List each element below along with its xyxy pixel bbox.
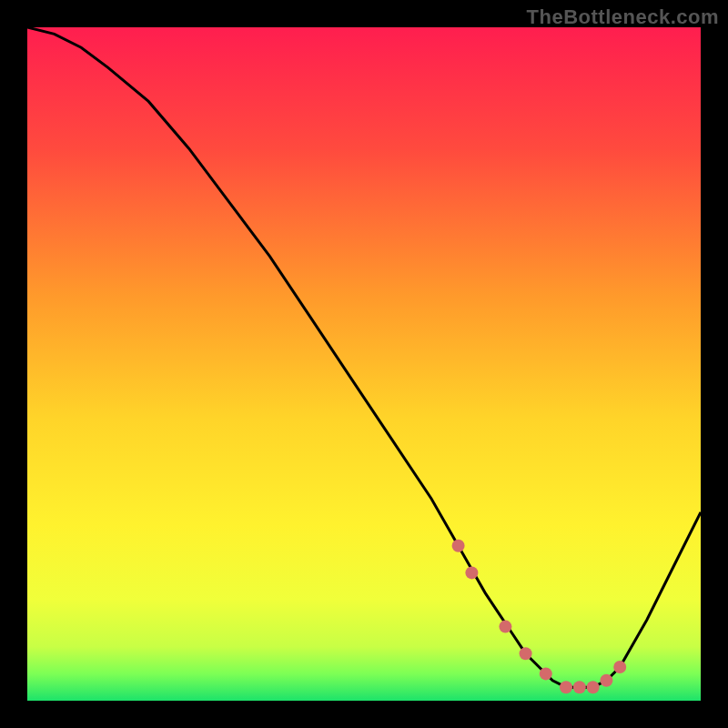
- sweet-spot-dot: [499, 621, 511, 633]
- sweet-spot-dot: [540, 667, 552, 680]
- watermark-text: TheBottleneck.com: [527, 5, 719, 29]
- chart-svg: [27, 27, 701, 701]
- sweet-spot-dot: [452, 540, 465, 552]
- chart-frame: TheBottleneck.com: [0, 0, 728, 728]
- sweet-spot-dot: [613, 661, 626, 673]
- sweet-spot-dot: [560, 681, 572, 693]
- sweet-spot-dot: [600, 674, 612, 687]
- gradient-background: [27, 27, 701, 701]
- sweet-spot-dot: [520, 647, 532, 660]
- sweet-spot-dot: [465, 566, 478, 579]
- plot-area: [27, 27, 701, 701]
- sweet-spot-dot: [573, 681, 586, 693]
- sweet-spot-dot: [587, 681, 600, 693]
